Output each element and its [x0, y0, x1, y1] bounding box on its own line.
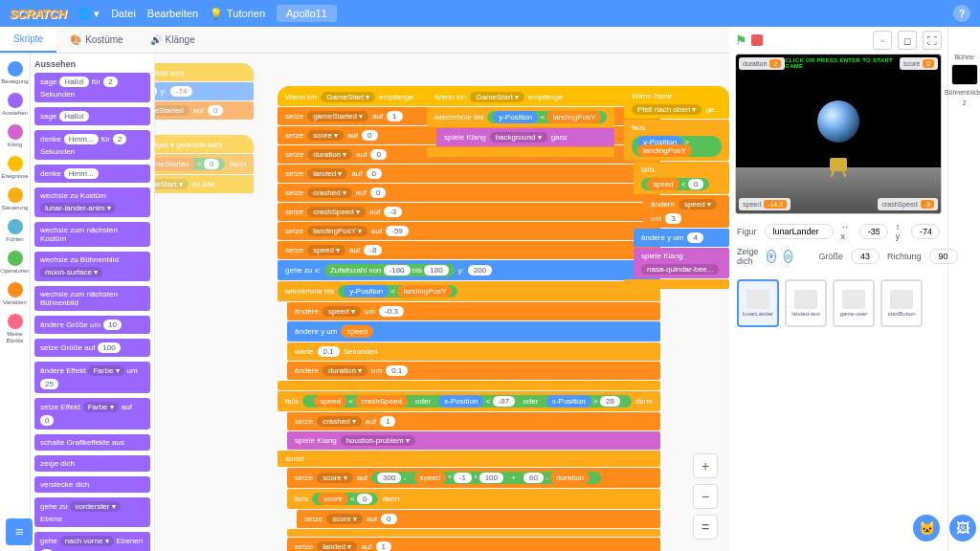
- script-key-up[interactable]: Wenn Taste Pfeil nach oben ▾ ge... falls…: [624, 86, 729, 290]
- palette-block[interactable]: denke Hmm...: [34, 165, 150, 183]
- add-sprite-button[interactable]: 🐱: [913, 515, 940, 541]
- hat-key[interactable]: beliebiges ▾ gedrückt wird: [155, 135, 254, 153]
- backdrop-thumb[interactable]: [951, 64, 978, 85]
- sprite-name-input[interactable]: [765, 224, 834, 239]
- scratch-logo: SCRATCH: [10, 7, 66, 21]
- help-button[interactable]: ?: [953, 5, 970, 22]
- size-label: Größe: [819, 252, 844, 261]
- block-categories: BewegungAussehenKlangEreignisseSteuerung…: [0, 54, 31, 551]
- set-block[interactable]: setze crashSpeed ▾ auf -3: [278, 203, 660, 221]
- category-Fühlen[interactable]: Fühlen: [0, 215, 30, 247]
- palette-block[interactable]: setze Größe auf 100: [34, 339, 150, 357]
- readout-duration: duration2: [739, 57, 785, 70]
- sprite-card-startButton[interactable]: startButton: [880, 279, 923, 327]
- sprite-label: Figur: [737, 227, 757, 236]
- tab-costumes[interactable]: 🎨 Kostüme: [56, 27, 136, 53]
- palette-block[interactable]: sage Hallo!: [34, 107, 150, 125]
- edit-menu[interactable]: Bearbeiten: [147, 8, 198, 19]
- add-backdrop-button[interactable]: 🖼: [949, 515, 976, 541]
- sprite-y-input[interactable]: [911, 224, 940, 239]
- sprite-card-game-over[interactable]: game-over: [833, 279, 875, 327]
- backpack-toggle[interactable]: ≡: [6, 518, 33, 545]
- palette-block[interactable]: gehe zu vorderster ▾ Ebene: [34, 497, 150, 527]
- category-Variablen[interactable]: Variablen: [0, 278, 30, 310]
- file-menu[interactable]: Datei: [111, 8, 136, 19]
- palette-block[interactable]: wechsle zu Kostüm lunar-lander-anim ▾: [34, 187, 150, 217]
- set-block[interactable]: setze landed ▾ auf 0: [278, 165, 660, 183]
- category-Steuerung[interactable]: Steuerung: [0, 184, 30, 215]
- stage-message: CLICK OR PRESS ENTER TO START GAME: [785, 57, 900, 70]
- palette-block[interactable]: schalte Grafikeffekte aus: [34, 434, 150, 451]
- tab-sounds[interactable]: 🔊 Klänge: [137, 27, 209, 53]
- if-block[interactable]: gameStarted = 0 dann: [155, 154, 254, 174]
- palette-block[interactable]: ändere Effekt Farbe ▾ um 25: [34, 362, 150, 393]
- palette-block[interactable]: verstecke dich: [34, 476, 150, 493]
- sprite-size-input[interactable]: [851, 249, 880, 264]
- category-Operatoren[interactable]: Operatoren: [0, 247, 30, 278]
- sprite-info-panel: Figur ↔ x ↕ y Zeige dich 👁 ⊘ Größe Richt…: [729, 214, 947, 279]
- readout-score: score0: [900, 57, 938, 70]
- editor-tabs: Skripte 🎨 Kostüme 🔊 Klänge: [0, 27, 729, 54]
- readout-crashspeed: crashSpeed-3: [878, 198, 938, 210]
- palette-block[interactable]: ändere Größe um 10: [34, 316, 150, 334]
- backdrop-panel: Bühne Bühnenbilder 2 🖼: [947, 27, 980, 551]
- zoom-in[interactable]: +: [693, 453, 718, 478]
- stage-large[interactable]: ◻: [898, 31, 917, 50]
- palette-block[interactable]: setze Effekt Farbe ▾ auf 0: [34, 398, 150, 430]
- set-block[interactable]: setze crashed ▾ auf 0: [278, 184, 660, 202]
- script-bg-sound[interactable]: Wenn ich GameStart ▾ empfange wiederhole…: [427, 86, 614, 158]
- sprite-card-landed-text[interactable]: landed-text: [785, 279, 827, 327]
- set-block[interactable]: setze speed ▾ auf -8: [278, 241, 660, 259]
- zoom-reset[interactable]: =: [693, 515, 718, 540]
- readout-speed: speed-14.3: [739, 198, 791, 210]
- broadcast[interactable]: GameStart ▾ an alle: [155, 175, 254, 193]
- palette-block[interactable]: denke Hmm... für 2 Sekunden: [34, 130, 150, 160]
- sprite-selector: lunarLanderlanded-textgame-overstartButt…: [729, 279, 947, 327]
- script-workspace[interactable]: angeklickt wird -35 y: -74 gameStarted a…: [155, 54, 729, 551]
- zoom-out[interactable]: −: [693, 484, 718, 509]
- lunar-lander-sprite: [830, 158, 847, 171]
- backdrop-count: 2: [963, 99, 967, 106]
- palette-block[interactable]: gehe nach vorne ▾ Ebenen 1: [34, 532, 150, 551]
- stage-small[interactable]: ▫: [873, 31, 892, 50]
- project-name-input[interactable]: Apollo11: [277, 5, 337, 22]
- dir-label: Richtung: [887, 252, 922, 261]
- stage-header: ⚑ ▫ ◻ ⛶: [729, 27, 947, 54]
- block-palette: Aussehen sage Hallo! für 2 Sekundensage …: [31, 54, 155, 551]
- palette-block[interactable]: wechsle zu Bühnenbild moon-surface ▾: [34, 252, 150, 281]
- tutorials-menu[interactable]: 💡 Tutorien: [210, 8, 265, 20]
- category-Aussehen[interactable]: Aussehen: [0, 89, 30, 121]
- category-Bewegung[interactable]: Bewegung: [0, 57, 30, 89]
- green-flag[interactable]: ⚑: [735, 33, 747, 48]
- backdrop-label: Bühnenbilder: [945, 89, 980, 96]
- set-block[interactable]: setze landingPosY ▾ auf -59: [278, 222, 660, 240]
- sprite-x-input[interactable]: [859, 224, 888, 239]
- goto-block[interactable]: -35 y: -74: [155, 82, 254, 100]
- palette-block[interactable]: wechsle zum nächsten Kostüm: [34, 222, 150, 247]
- stage-full[interactable]: ⛶: [923, 31, 942, 50]
- lang-menu[interactable]: 🌐 ▾: [78, 8, 100, 20]
- palette-block[interactable]: zeige dich: [34, 455, 150, 472]
- stop-button[interactable]: [751, 34, 763, 46]
- palette-header: Aussehen: [34, 59, 150, 69]
- show-label: Zeige dich: [737, 247, 759, 266]
- tab-scripts[interactable]: Skripte: [0, 27, 56, 53]
- sprite-card-lunarLander[interactable]: lunarLander: [737, 279, 779, 327]
- zoom-controls: + − =: [693, 453, 718, 540]
- category-Meine Blöcke[interactable]: Meine Blöcke: [0, 310, 30, 348]
- hat-flag[interactable]: angeklickt wird: [155, 63, 254, 81]
- category-Ereignisse[interactable]: Ereignisse: [0, 152, 30, 184]
- set-var[interactable]: gameStarted auf 0: [155, 101, 254, 120]
- earth-graphic: [817, 100, 859, 143]
- stage-title: Bühne: [954, 54, 973, 60]
- palette-block[interactable]: wechsle zum nächsten Bühnenbild: [34, 286, 150, 311]
- hide-button[interactable]: ⊘: [784, 250, 792, 263]
- show-button[interactable]: 👁: [767, 250, 776, 263]
- category-Klang[interactable]: Klang: [0, 121, 30, 152]
- palette-block[interactable]: sage Hallo! für 2 Sekunden: [34, 73, 150, 102]
- menu-bar: SCRATCH 🌐 ▾ Datei Bearbeiten 💡 Tutorien …: [0, 0, 980, 27]
- stage[interactable]: duration2 CLICK OR PRESS ENTER TO START …: [735, 54, 942, 214]
